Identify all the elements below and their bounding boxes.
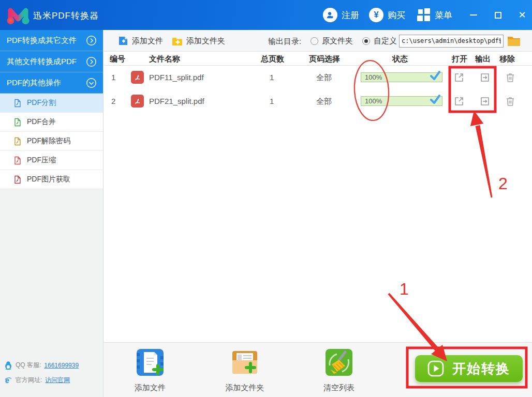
add-file-button[interactable]: 添加文件 (118, 35, 163, 47)
table-row: 1 PDF11_split.pdf 1 全部 100% (104, 66, 532, 89)
sidebar: PDF转换成其它文件 其他文件转换成PDF PDF的其他操作 PDF分割 PDF… (0, 30, 104, 397)
sidebar-category-other-to-pdf[interactable]: 其他文件转换成PDF (0, 51, 103, 72)
qq-penguin-icon (4, 361, 12, 370)
radio-circle-icon (311, 37, 318, 45)
chevron-right-circle-icon (86, 56, 97, 67)
sidebar-item-pdf-split[interactable]: PDF分割 (0, 94, 103, 113)
website-label: 官方网址: (16, 376, 42, 385)
col-header-no: 编号 (110, 54, 125, 64)
col-header-pages: 总页数 (261, 54, 284, 64)
add-file-label: 添加文件 (132, 36, 163, 46)
qq-number-link[interactable]: 1661699939 (44, 362, 79, 369)
sidebar-item-pdf-image-extract[interactable]: PDF图片获取 (0, 170, 103, 189)
add-folder-button[interactable]: 添加文件夹 (172, 35, 225, 47)
sidebar-category-pdf-to-other[interactable]: PDF转换成其它文件 (0, 30, 103, 51)
table-header: 编号 文件名称 总页数 页码选择 状态 打开 输出 移除 (104, 52, 532, 66)
bottom-action-bar: 添加文件 添加文件夹 清空列表 开始转换 (104, 342, 532, 397)
radio-original-label: 原文件夹 (322, 36, 353, 46)
add-file-big-icon (136, 348, 165, 377)
clear-list-label: 清空列表 (311, 383, 367, 393)
menu-button[interactable]: 菜单 (417, 8, 452, 22)
category-label: 其他文件转换成PDF (7, 57, 86, 67)
yen-icon: ¥ (369, 8, 383, 22)
row-number: 2 (111, 97, 115, 105)
col-header-page-range: 页码选择 (309, 54, 340, 64)
page-range: 全部 (316, 73, 332, 83)
remove-trash-icon[interactable] (505, 72, 515, 83)
titlebar: 迅米PDF转换器 注册 ¥ 购买 菜单 ✕ (0, 0, 532, 30)
website-link[interactable]: 访问官网 (45, 376, 70, 385)
website-row: e 官方网址: 访问官网 (0, 373, 104, 388)
add-folder-big-button[interactable]: 添加文件夹 (216, 348, 273, 393)
pdf-doc-icon (13, 156, 22, 165)
sidebar-item-label: PDF合并 (27, 117, 56, 127)
qq-label: QQ 客服: (16, 361, 41, 370)
browse-folder-icon[interactable] (507, 35, 521, 47)
browser-e-icon: e (4, 376, 12, 385)
menu-label: 菜单 (435, 9, 452, 21)
register-label: 注册 (342, 9, 359, 21)
sidebar-item-label: PDF图片获取 (27, 175, 70, 184)
file-list: 1 PDF11_split.pdf 1 全部 100% 2 PDF21_spli… (104, 66, 532, 342)
col-header-open: 打开 (452, 54, 467, 64)
pdf-file-icon (130, 94, 144, 108)
clear-list-broom-icon (324, 348, 353, 377)
col-header-output: 输出 (475, 54, 491, 64)
add-folder-icon (172, 36, 183, 46)
toolbar: 添加文件 添加文件夹 输出目录: 原文件夹 自定义 (104, 30, 532, 52)
sidebar-item-label: PDF解除密码 (27, 136, 70, 146)
app-title: 迅米PDF转换器 (33, 10, 99, 22)
col-header-remove: 移除 (499, 54, 515, 64)
radio-original-folder[interactable]: 原文件夹 (311, 36, 353, 46)
add-file-icon (118, 36, 128, 46)
pdf-doc-icon (13, 137, 22, 146)
close-button[interactable]: ✕ (515, 8, 529, 22)
open-output-icon[interactable] (480, 72, 490, 83)
output-dir-label: 输出目录: (268, 37, 301, 47)
start-convert-button[interactable]: 开始转换 (415, 355, 523, 382)
radio-custom-label: 自定义 (374, 36, 397, 46)
sidebar-item-pdf-merge[interactable]: PDF合并 (0, 113, 103, 132)
buy-button[interactable]: ¥ 购买 (369, 8, 405, 22)
col-header-status: 状态 (392, 54, 408, 64)
table-row: 2 PDF21_split.pdf 1 全部 100% (104, 89, 532, 113)
add-folder-big-icon (230, 348, 259, 377)
remove-trash-icon[interactable] (505, 96, 515, 106)
minimize-button[interactable] (466, 8, 481, 22)
pdf-doc-icon (13, 175, 22, 184)
output-path-input[interactable] (399, 35, 504, 48)
play-icon (427, 360, 444, 377)
add-file-big-button[interactable]: 添加文件 (122, 348, 179, 393)
page-range: 全部 (316, 97, 332, 106)
radio-circle-selected-icon (362, 37, 370, 45)
add-folder-label: 添加文件夹 (186, 36, 225, 46)
radio-custom-folder[interactable]: 自定义 (362, 36, 397, 46)
pdf-doc-icon (13, 99, 22, 108)
file-name: PDF11_split.pdf (149, 73, 204, 82)
category-label: PDF转换成其它文件 (7, 36, 86, 45)
total-pages: 1 (270, 73, 274, 82)
close-icon: ✕ (518, 9, 526, 21)
sidebar-category-pdf-other-ops[interactable]: PDF的其他操作 (0, 72, 103, 94)
chevron-right-circle-icon (86, 35, 97, 46)
minimize-icon (470, 14, 477, 16)
start-convert-label: 开始转换 (452, 360, 510, 378)
file-name: PDF21_split.pdf (149, 97, 204, 105)
open-output-icon[interactable] (480, 96, 490, 106)
sidebar-item-label: PDF分割 (27, 98, 56, 108)
maximize-button[interactable] (491, 8, 505, 22)
open-file-icon[interactable] (454, 96, 464, 106)
category-label: PDF的其他操作 (7, 78, 86, 88)
clear-list-button[interactable]: 清空列表 (311, 348, 367, 393)
sidebar-item-pdf-compress[interactable]: PDF压缩 (0, 151, 103, 170)
total-pages: 1 (270, 97, 274, 105)
add-folder-big-label: 添加文件夹 (216, 383, 273, 393)
pdf-doc-icon (13, 118, 22, 127)
maximize-icon (495, 12, 501, 19)
sidebar-item-pdf-remove-password[interactable]: PDF解除密码 (0, 132, 103, 151)
register-button[interactable]: 注册 (323, 8, 359, 22)
app-logo-icon (6, 5, 30, 25)
open-file-icon[interactable] (454, 72, 464, 83)
support-block: QQ 客服: 1661699939 e 官方网址: 访问官网 (0, 358, 104, 388)
menu-grid-icon (417, 8, 431, 22)
